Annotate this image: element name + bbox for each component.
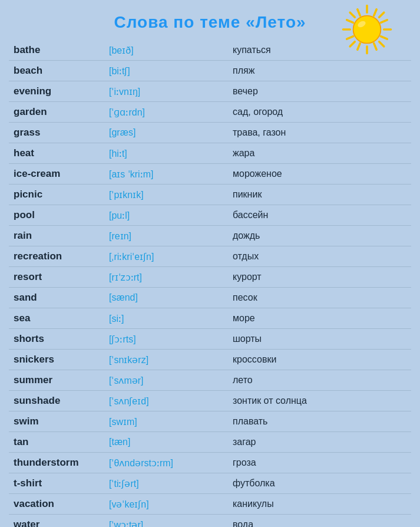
svg-line-9 (381, 37, 387, 39)
translation-cell: сад, огород (227, 102, 411, 123)
table-row: sand [sænd] песок (9, 288, 411, 308)
word-cell: tan (9, 432, 103, 453)
transcription-cell: [beɪð] (103, 40, 227, 61)
word-cell: summer (9, 370, 103, 391)
translation-cell: песок (227, 288, 411, 308)
translation-cell: вечер (227, 81, 411, 102)
table-row: tan [tæn] загар (9, 432, 411, 453)
table-row: recreation [ˌriːkriˈeɪʃn] отдых (9, 246, 411, 267)
table-row: beach [biːtʃ] пляж (9, 61, 411, 81)
translation-cell: футболка (227, 473, 411, 494)
table-row: vacation [vəˈkeɪʃn] каникулы (9, 494, 411, 515)
table-row: evening [ˈiːvnɪŋ] вечер (9, 81, 411, 102)
svg-line-13 (347, 37, 353, 39)
word-cell: sea (9, 308, 103, 329)
transcription-cell: [vəˈkeɪʃn] (103, 494, 227, 515)
table-row: resort [rɪˈzɔːrt] курорт (9, 267, 411, 288)
table-row: t-shirt [ˈtiːʃərt] футболка (9, 473, 411, 494)
translation-cell: купаться (227, 40, 411, 61)
transcription-cell: [sænd] (103, 288, 227, 308)
word-cell: bathe (9, 40, 103, 61)
translation-cell: трава, газон (227, 123, 411, 143)
transcription-cell: [biːtʃ] (103, 61, 227, 81)
translation-cell: кроссовки (227, 350, 411, 370)
translation-cell: зонтик от солнца (227, 391, 411, 411)
translation-cell: море (227, 308, 411, 329)
table-row: grass [græs] трава, газон (9, 123, 411, 143)
page: Слова по теме «Лето» (0, 0, 420, 527)
translation-cell: лето (227, 370, 411, 391)
table-row: picnic [ˈpɪknɪk] пикник (9, 185, 411, 205)
svg-line-8 (347, 20, 353, 23)
transcription-cell: [reɪn] (103, 226, 227, 246)
word-cell: sand (9, 288, 103, 308)
page-title: Слова по теме «Лето» (114, 13, 306, 31)
translation-cell: вода (227, 515, 411, 528)
transcription-cell: [ˈθʌndərstɔːrm] (103, 453, 227, 473)
word-cell: beach (9, 61, 103, 81)
vocabulary-table: bathe [beɪð] купаться beach [biːtʃ] пляж… (9, 40, 411, 527)
svg-line-14 (374, 9, 377, 16)
word-cell: vacation (9, 494, 103, 515)
table-row: thunderstorm [ˈθʌndərstɔːrm] гроза (9, 453, 411, 473)
table-row: snickers [ˈsnɪkərz] кроссовки (9, 350, 411, 370)
transcription-cell: [aɪs ˈkriːm] (103, 164, 227, 185)
word-cell: ice-cream (9, 164, 103, 185)
word-cell: rain (9, 226, 103, 246)
transcription-cell: [siː] (103, 308, 227, 329)
transcription-cell: [ˈtiːʃərt] (103, 473, 227, 494)
word-cell: heat (9, 143, 103, 164)
translation-cell: отдых (227, 246, 411, 267)
table-row: rain [reɪn] дождь (9, 226, 411, 246)
table-row: sunshade [ˈsʌnʃeɪd] зонтик от солнца (9, 391, 411, 411)
translation-cell: пикник (227, 185, 411, 205)
transcription-cell: [ˈpɪknɪk] (103, 185, 227, 205)
transcription-cell: [tæn] (103, 432, 227, 453)
transcription-cell: [swɪm] (103, 411, 227, 432)
word-cell: evening (9, 81, 103, 102)
transcription-cell: [græs] (103, 123, 227, 143)
svg-line-4 (350, 12, 355, 17)
translation-cell: каникулы (227, 494, 411, 515)
transcription-cell: [hiːt] (103, 143, 227, 164)
word-cell: pool (9, 205, 103, 226)
translation-cell: шорты (227, 329, 411, 350)
word-cell: water (9, 515, 103, 528)
word-cell: thunderstorm (9, 453, 103, 473)
title-area: Слова по теме «Лето» (9, 6, 411, 37)
translation-cell: дождь (227, 226, 411, 246)
svg-point-17 (357, 20, 367, 29)
translation-cell: загар (227, 432, 411, 453)
translation-cell: курорт (227, 267, 411, 288)
transcription-cell: [ˌriːkriˈeɪʃn] (103, 246, 227, 267)
transcription-cell: [ˈsnɪkərz] (103, 350, 227, 370)
word-cell: snickers (9, 350, 103, 370)
transcription-cell: [ˈɡɑːrdn] (103, 102, 227, 123)
translation-cell: жара (227, 143, 411, 164)
translation-cell: гроза (227, 453, 411, 473)
word-cell: sunshade (9, 391, 103, 411)
word-cell: t-shirt (9, 473, 103, 494)
transcription-cell: [rɪˈzɔːrt] (103, 267, 227, 288)
svg-point-16 (353, 16, 381, 44)
table-row: bathe [beɪð] купаться (9, 40, 411, 61)
word-cell: recreation (9, 246, 103, 267)
word-cell: swim (9, 411, 103, 432)
transcription-cell: [ˈiːvnɪŋ] (103, 81, 227, 102)
svg-line-12 (381, 20, 387, 23)
word-cell: shorts (9, 329, 103, 350)
table-row: water [ˈwɔːtər] вода (9, 515, 411, 528)
translation-cell: бассейн (227, 205, 411, 226)
table-row: sea [siː] море (9, 308, 411, 329)
table-row: summer [ˈsʌmər] лето (9, 370, 411, 391)
table-row: shorts [ʃɔːrts] шорты (9, 329, 411, 350)
table-row: garden [ˈɡɑːrdn] сад, огород (9, 102, 411, 123)
transcription-cell: [ʃɔːrts] (103, 329, 227, 350)
translation-cell: мороженое (227, 164, 411, 185)
word-cell: picnic (9, 185, 103, 205)
table-row: heat [hiːt] жара (9, 143, 411, 164)
translation-cell: плавать (227, 411, 411, 432)
table-row: pool [puːl] бассейн (9, 205, 411, 226)
transcription-cell: [ˈsʌnʃeɪd] (103, 391, 227, 411)
transcription-cell: [ˈsʌmər] (103, 370, 227, 391)
